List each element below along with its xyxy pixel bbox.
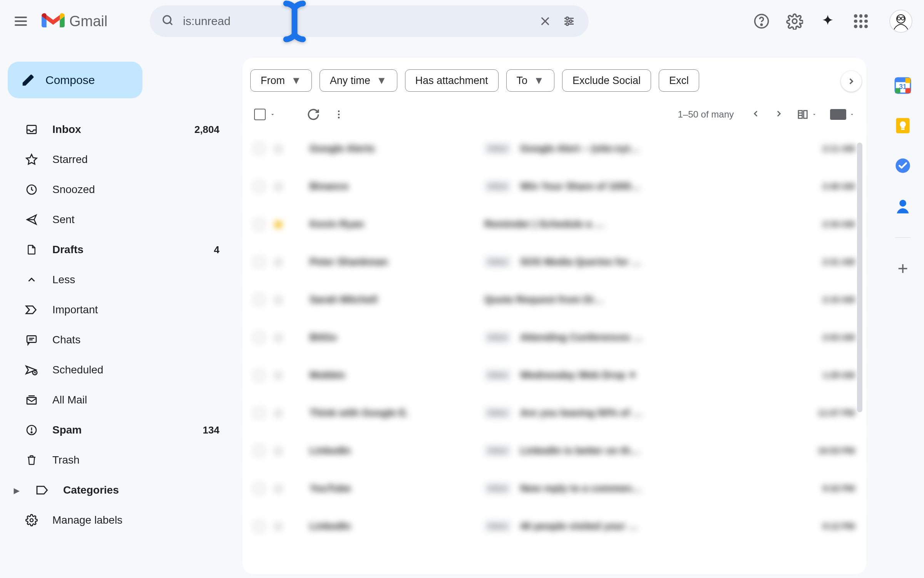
star-icon[interactable]: [273, 446, 283, 456]
importance-marker[interactable]: [293, 220, 300, 228]
star-icon[interactable]: [273, 257, 283, 267]
nav-item-inbox[interactable]: Inbox2,804: [8, 114, 235, 144]
mail-sender: Sarah Mitchell: [310, 294, 475, 306]
search-options-button[interactable]: [561, 13, 577, 29]
mail-row[interactable]: Google AlertsInboxGoogle Alert – (site:n…: [243, 129, 866, 167]
mail-row[interactable]: BinanceInboxWin Your Share of 1000…2:40 …: [243, 167, 866, 205]
nav-item-scheduled[interactable]: Scheduled: [8, 355, 235, 385]
mail-time: 2:31 AM: [805, 257, 855, 267]
star-icon[interactable]: [273, 408, 283, 418]
gmail-logo[interactable]: Gmail: [42, 12, 107, 30]
search-input[interactable]: [183, 15, 529, 28]
mail-checkbox[interactable]: [254, 446, 264, 456]
mail-checkbox[interactable]: [254, 333, 264, 343]
tasks-app-icon[interactable]: [894, 157, 911, 174]
mail-checkbox[interactable]: [254, 521, 264, 531]
mail-row[interactable]: YouTubeInboxNew reply to a commen…9:32 P…: [243, 469, 866, 507]
star-icon[interactable]: [273, 219, 283, 229]
keep-app-icon[interactable]: [894, 117, 911, 134]
mail-row[interactable]: Peter ShankmanInboxSOS Media Queries for…: [243, 243, 866, 281]
importance-marker[interactable]: [293, 447, 300, 455]
mail-checkbox[interactable]: [254, 219, 264, 229]
next-page-button[interactable]: [774, 109, 784, 120]
nav-item-manage[interactable]: Manage labels: [8, 505, 235, 535]
filter-attachment[interactable]: Has attachment: [405, 69, 499, 92]
account-avatar[interactable]: [889, 10, 912, 33]
importance-marker[interactable]: [293, 334, 300, 341]
chevron-down-icon: ▼: [291, 75, 301, 87]
nav-label: Spam: [52, 424, 189, 436]
mail-row[interactable]: Kevin RyanReminder | Schedule a …2:34 AM: [243, 205, 866, 243]
importance-marker[interactable]: [293, 523, 300, 530]
compose-button[interactable]: Compose: [8, 62, 142, 98]
nav-item-drafts[interactable]: Drafts4: [8, 235, 235, 265]
gemini-button[interactable]: [819, 13, 836, 30]
select-all[interactable]: [254, 109, 276, 120]
filter-scroll-right-button[interactable]: [841, 71, 862, 92]
star-icon[interactable]: [273, 144, 283, 154]
scrollbar[interactable]: [857, 143, 862, 412]
contacts-app-icon[interactable]: [894, 197, 911, 214]
clear-search-button[interactable]: [537, 13, 553, 29]
mail-checkbox[interactable]: [254, 408, 264, 418]
mail-subject: Reminder | Schedule a …: [484, 218, 795, 230]
input-tools-button[interactable]: [830, 109, 855, 120]
svg-marker-39: [274, 182, 283, 190]
svg-marker-42: [274, 296, 283, 304]
refresh-button[interactable]: [306, 108, 320, 121]
help-button[interactable]: [753, 13, 770, 30]
star-icon[interactable]: [273, 484, 283, 494]
star-icon[interactable]: [273, 521, 283, 531]
star-icon[interactable]: [273, 333, 283, 343]
mail-checkbox[interactable]: [254, 257, 264, 267]
nav-item-categories[interactable]: ▸Categories: [8, 475, 235, 505]
importance-marker[interactable]: [293, 485, 300, 492]
mail-row[interactable]: MobbinInboxWednesday Web Drop ✦1:29 AM: [243, 356, 866, 394]
star-icon[interactable]: [273, 370, 283, 380]
mail-row[interactable]: BitGoInboxAttending Conferences …2:03 AM: [243, 318, 866, 356]
mail-checkbox[interactable]: [254, 370, 264, 380]
importance-marker[interactable]: [293, 409, 300, 417]
mail-row[interactable]: Think with Google E.InboxAre you leaving…: [243, 394, 866, 432]
nav-item-allmail[interactable]: All Mail: [8, 385, 235, 415]
google-apps-button[interactable]: [852, 13, 869, 30]
svg-marker-40: [274, 220, 283, 228]
nav-item-chats[interactable]: Chats: [8, 325, 235, 355]
mail-checkbox[interactable]: [254, 181, 264, 192]
importance-marker[interactable]: [293, 183, 300, 190]
mail-row[interactable]: Sarah MitchellQuote Request from Di…2:10…: [243, 281, 866, 318]
filter-anytime[interactable]: Any time▼: [320, 69, 397, 92]
nav-item-less[interactable]: Less: [8, 265, 235, 295]
importance-marker[interactable]: [293, 296, 300, 304]
mail-row[interactable]: LinkedInInboxLinkedIn is better on th…10…: [243, 432, 866, 469]
nav-item-snoozed[interactable]: Snoozed: [8, 175, 235, 205]
filter-exclude-social[interactable]: Exclude Social: [562, 69, 651, 92]
filter-to[interactable]: To▼: [506, 69, 554, 92]
nav-item-important[interactable]: Important: [8, 295, 235, 325]
importance-marker[interactable]: [293, 258, 300, 266]
prev-page-button[interactable]: [751, 109, 761, 120]
nav-item-trash[interactable]: Trash: [8, 445, 235, 475]
more-button[interactable]: [332, 108, 346, 121]
calendar-app-icon[interactable]: 31: [894, 77, 911, 94]
star-icon[interactable]: [273, 295, 283, 305]
mail-checkbox[interactable]: [254, 484, 264, 494]
mail-checkbox[interactable]: [254, 144, 264, 154]
get-addons-button[interactable]: [895, 261, 911, 276]
main-menu-button[interactable]: [12, 12, 30, 30]
split-pane-toggle[interactable]: [797, 109, 817, 120]
mail-checkbox[interactable]: [254, 295, 264, 305]
filter-exclude-promotions[interactable]: Excl: [659, 69, 699, 92]
star-icon[interactable]: [273, 181, 283, 192]
mail-row[interactable]: LinkedInInbox40 people visited your …9:1…: [243, 507, 866, 545]
search-bar[interactable]: [150, 5, 589, 37]
settings-button[interactable]: [786, 13, 803, 30]
nav-item-sent[interactable]: Sent: [8, 205, 235, 235]
filter-from[interactable]: From▼: [250, 69, 312, 92]
nav-item-starred[interactable]: Starred: [8, 144, 235, 175]
nav-item-spam[interactable]: Spam134: [8, 415, 235, 445]
select-all-checkbox[interactable]: [254, 109, 266, 120]
importance-marker[interactable]: [293, 371, 300, 379]
mail-label-tag: Inbox: [484, 180, 511, 192]
importance-marker[interactable]: [293, 145, 300, 153]
